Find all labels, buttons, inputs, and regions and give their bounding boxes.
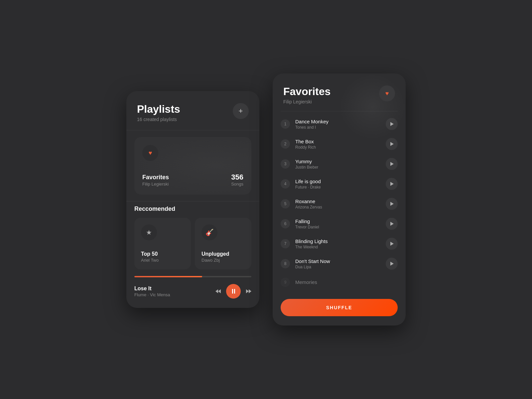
song-artist-2: Roddy Rich bbox=[295, 145, 380, 150]
play-triangle-3 bbox=[390, 162, 394, 166]
song-num-2: 2 bbox=[281, 139, 290, 149]
recommended-card-unplugged[interactable]: 🎸 Unplugged Dawo Zbj bbox=[195, 218, 251, 269]
song-artist-6: Trevor Daniel bbox=[295, 225, 380, 229]
playlists-subtitle: 16 created playlists bbox=[137, 117, 180, 122]
song-item-3: 3 Yummy Justin Bieber bbox=[273, 154, 406, 174]
skip-forward-button[interactable] bbox=[246, 289, 251, 293]
progress-fill bbox=[134, 276, 202, 277]
song-num-6: 6 bbox=[281, 219, 290, 228]
rec-icon-container-2: 🎸 bbox=[201, 224, 217, 240]
song-item-5: 5 Roxanne Arizona Zervas bbox=[273, 194, 406, 214]
favorites-count-label: Songs bbox=[231, 182, 243, 187]
play-triangle-8 bbox=[390, 262, 394, 266]
recommended-section-title: Reccomended bbox=[134, 205, 251, 212]
play-triangle-4 bbox=[390, 182, 394, 186]
song-info-2: The Box Roddy Rich bbox=[295, 139, 380, 150]
song-play-button-5[interactable] bbox=[386, 198, 398, 210]
playlists-title-group: Playlists 16 created playlists bbox=[137, 103, 180, 122]
song-play-button-8[interactable] bbox=[386, 258, 398, 270]
song-title-4: Life is good bbox=[295, 179, 380, 184]
song-title-6: Falling bbox=[295, 218, 380, 224]
star-icon: ★ bbox=[146, 228, 152, 236]
favorites-card[interactable]: ♥ Favorites Filip Legierski 356 Songs bbox=[134, 137, 251, 195]
song-title-5: Roxanne bbox=[295, 199, 380, 204]
song-play-button-6[interactable] bbox=[386, 218, 398, 230]
song-num-3: 3 bbox=[281, 159, 290, 169]
playlists-header: Playlists 16 created playlists + bbox=[126, 91, 259, 130]
song-play-button-3[interactable] bbox=[386, 158, 398, 170]
playlists-panel: Playlists 16 created playlists + ♥ Favor… bbox=[126, 91, 259, 308]
heart-icon-container: ♥ bbox=[142, 145, 158, 161]
favorites-playlist-name: Favorites bbox=[142, 174, 169, 181]
play-triangle-7 bbox=[390, 242, 394, 246]
song-info-3: Yummy Justin Bieber bbox=[295, 159, 380, 170]
favorites-playlist-owner: Filip Legierski bbox=[142, 182, 169, 187]
song-item-4: 4 Life is good Future · Drake bbox=[273, 174, 406, 194]
song-artist-5: Arizona Zervas bbox=[295, 205, 380, 209]
favorites-heart-button[interactable]: ♥ bbox=[379, 85, 395, 101]
pause-icon bbox=[232, 289, 235, 294]
guitar-icon: 🎸 bbox=[205, 228, 214, 236]
song-info-6: Falling Trevor Daniel bbox=[295, 218, 380, 229]
rec-card-name-1: Top 50 bbox=[141, 251, 184, 257]
now-playing-title: Lose It bbox=[134, 286, 170, 292]
rec-card-owner-2: Dawo Zbj bbox=[201, 258, 245, 263]
recommended-card-top50[interactable]: ★ Top 50 Ariel Two bbox=[134, 218, 191, 269]
song-title-7: Blinding Lights bbox=[295, 238, 380, 244]
pause-bar-2 bbox=[234, 289, 235, 294]
song-title-8: Don't Start Now bbox=[295, 258, 380, 264]
song-artist-7: The Weeknd bbox=[295, 245, 380, 249]
song-play-button-4[interactable] bbox=[386, 178, 398, 190]
song-num-1: 1 bbox=[281, 119, 290, 129]
skip-back-icon bbox=[215, 289, 221, 293]
progress-track[interactable] bbox=[134, 276, 251, 277]
favorites-card-bottom: Favorites Filip Legierski 356 Songs bbox=[142, 173, 243, 187]
song-info-7: Blinding Lights The Weeknd bbox=[295, 238, 380, 249]
heart-icon: ♥ bbox=[149, 150, 152, 157]
song-num-7: 7 bbox=[281, 239, 290, 248]
song-info-9: Memories bbox=[295, 279, 398, 286]
song-item-8: 8 Don't Start Now Dua Lipa bbox=[273, 254, 406, 274]
rec-icon-container-1: ★ bbox=[141, 224, 157, 240]
song-title-9: Memories bbox=[295, 279, 398, 285]
favorites-panel: Favorites Filip Legierski ♥ 1 Dance Monk… bbox=[273, 73, 406, 326]
rec-card-name-2: Unplugged bbox=[201, 251, 245, 257]
song-play-button-7[interactable] bbox=[386, 238, 398, 250]
recommended-section: Reccomended ★ Top 50 Ariel Two 🎸 Unplugg… bbox=[126, 201, 259, 276]
play-triangle-5 bbox=[390, 202, 394, 206]
song-artist-4: Future · Drake bbox=[295, 185, 380, 190]
plus-icon: + bbox=[239, 107, 243, 115]
favorites-panel-subtitle: Filip Legierski bbox=[283, 99, 331, 104]
favorites-count-group: 356 Songs bbox=[231, 173, 243, 187]
song-item-9: 9 Memories bbox=[273, 274, 406, 291]
song-item-6: 6 Falling Trevor Daniel bbox=[273, 214, 406, 234]
skip-forward-icon bbox=[246, 289, 251, 293]
favorites-info: Favorites Filip Legierski bbox=[142, 174, 169, 187]
shuffle-button[interactable]: SHUFFLE bbox=[281, 299, 398, 316]
play-triangle-2 bbox=[390, 142, 394, 146]
playback-controls bbox=[215, 284, 251, 299]
song-artist-3: Justin Bieber bbox=[295, 165, 380, 170]
song-num-9: 9 bbox=[281, 278, 290, 287]
song-info-5: Roxanne Arizona Zervas bbox=[295, 199, 380, 209]
now-playing-info: Lose It Flume · Vic Mensa bbox=[134, 286, 170, 297]
playlists-title: Playlists bbox=[137, 103, 180, 115]
song-num-4: 4 bbox=[281, 179, 290, 189]
play-triangle-6 bbox=[390, 222, 394, 226]
now-playing-artist: Flume · Vic Mensa bbox=[134, 292, 170, 297]
progress-section bbox=[126, 276, 259, 279]
now-playing-bar: Lose It Flume · Vic Mensa bbox=[126, 279, 259, 308]
shuffle-section: SHUFFLE bbox=[273, 294, 406, 326]
skip-back-button[interactable] bbox=[215, 289, 221, 293]
rec-card-owner-1: Ariel Two bbox=[141, 258, 184, 263]
favorites-title-group: Favorites Filip Legierski bbox=[283, 85, 331, 104]
song-num-8: 8 bbox=[281, 259, 290, 268]
song-title-3: Yummy bbox=[295, 159, 380, 164]
add-playlist-button[interactable]: + bbox=[233, 103, 249, 119]
favorites-panel-title: Favorites bbox=[283, 85, 331, 98]
song-artist-8: Dua Lipa bbox=[295, 265, 380, 269]
pause-bar-1 bbox=[232, 289, 233, 294]
pause-button[interactable] bbox=[226, 284, 241, 299]
song-info-4: Life is good Future · Drake bbox=[295, 179, 380, 190]
favorites-header: Favorites Filip Legierski ♥ bbox=[273, 73, 406, 111]
